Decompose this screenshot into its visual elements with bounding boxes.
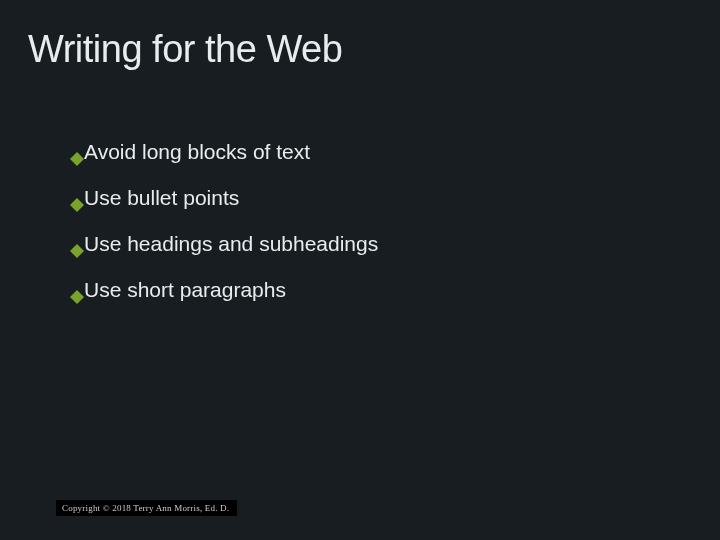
- bullet-list: Avoid long blocks of text Use bullet poi…: [72, 140, 378, 324]
- slide: Writing for the Web Avoid long blocks of…: [0, 0, 720, 540]
- slide-title: Writing for the Web: [28, 28, 342, 71]
- svg-marker-3: [70, 290, 84, 304]
- svg-marker-2: [70, 244, 84, 258]
- list-item: Use headings and subheadings: [72, 232, 378, 256]
- svg-marker-1: [70, 198, 84, 212]
- svg-marker-0: [70, 152, 84, 166]
- list-item: Use bullet points: [72, 186, 378, 210]
- list-item: Use short paragraphs: [72, 278, 378, 302]
- list-item: Avoid long blocks of text: [72, 140, 378, 164]
- bullet-text: Use bullet points: [84, 186, 239, 210]
- copyright-footer: Copyright © 2018 Terry Ann Morris, Ed. D…: [56, 500, 237, 516]
- bullet-text: Avoid long blocks of text: [84, 140, 310, 164]
- bullet-text: Use short paragraphs: [84, 278, 286, 302]
- bullet-text: Use headings and subheadings: [84, 232, 378, 256]
